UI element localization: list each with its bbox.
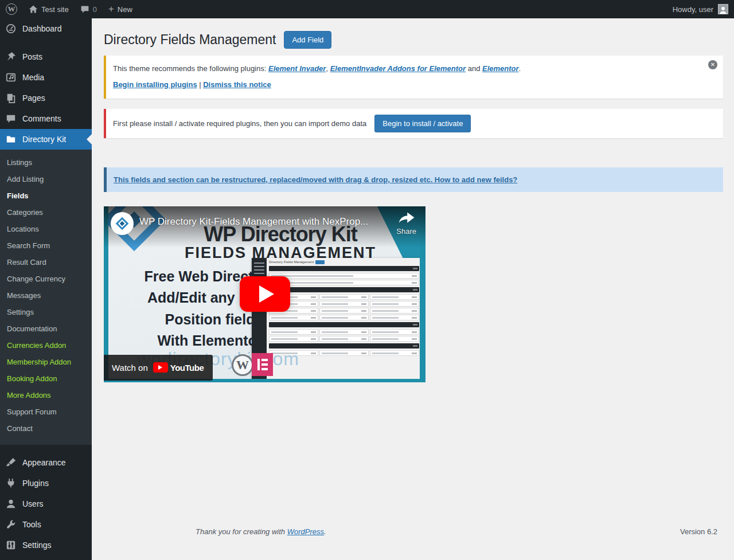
- submenu-item-listings[interactable]: Listings: [0, 154, 92, 171]
- plugin-link-elementor[interactable]: Elementor: [482, 64, 519, 73]
- and-text: and: [466, 64, 482, 73]
- appearance-brush-icon: [5, 457, 17, 468]
- media-icon: [5, 72, 17, 83]
- submenu-item-locations[interactable]: Locations: [0, 221, 92, 237]
- comments-shortcut[interactable]: 0: [75, 0, 103, 18]
- sidebar-label: Plugins: [22, 479, 49, 488]
- submenu-item-contact[interactable]: Contact: [0, 420, 92, 437]
- how-to-add-fields-link[interactable]: This fields and section can be restructu…: [114, 175, 517, 184]
- dismiss-this-notice-link[interactable]: Dismiss this notice: [203, 80, 271, 89]
- fields-info-box: This fields and section can be restructu…: [104, 167, 723, 192]
- submenu-item-booking-addon[interactable]: Booking Addon: [0, 370, 92, 387]
- site-name: Test site: [41, 5, 69, 14]
- notice-text-line1: This theme recommends the following plug…: [113, 63, 700, 75]
- share-button[interactable]: Share: [396, 211, 416, 236]
- wordpress-footer-link[interactable]: WordPress: [287, 527, 324, 536]
- notice-prefix: This theme recommends the following plug…: [113, 64, 268, 73]
- sidebar-item-pages[interactable]: Pages: [0, 88, 92, 108]
- plugin-link-element-invader[interactable]: Element Invader: [268, 64, 326, 73]
- video-title-link[interactable]: WP Directory Kit-Fields Management with …: [139, 216, 389, 228]
- submenu-item-settings[interactable]: Settings: [0, 304, 92, 320]
- notice-text-line2: Begin installing plugins | Dismiss this …: [113, 79, 700, 91]
- sidebar-item-appearance[interactable]: Appearance: [0, 452, 92, 473]
- plugin-link-elementinvader-addons[interactable]: ElementInvader Addons for Elementor: [330, 64, 466, 73]
- sidebar-item-posts[interactable]: Posts: [0, 46, 92, 67]
- watch-on-label: Watch on: [112, 363, 148, 373]
- watch-on-youtube-button[interactable]: Watch on YouTube: [104, 355, 213, 381]
- sidebar-label: Comments: [22, 114, 61, 123]
- begin-install-activate-button[interactable]: Begin to install / activate: [374, 115, 471, 132]
- comment-count: 0: [93, 5, 97, 14]
- sliders-icon: [5, 539, 17, 551]
- sidebar-item-directory-kit[interactable]: Directory Kit: [0, 129, 92, 150]
- main-content: Directory Fields Management Add Field ✕ …: [92, 0, 734, 542]
- plug-icon: [5, 477, 17, 489]
- sidebar-label: Tools: [22, 520, 41, 529]
- sidebar-item-dashboard[interactable]: Dashboard: [0, 18, 92, 39]
- period: .: [324, 527, 326, 536]
- submenu-item-add-listing[interactable]: Add Listing: [0, 171, 92, 187]
- comments-icon: [5, 113, 17, 124]
- submenu-item-more-addons[interactable]: More Addons: [0, 387, 92, 404]
- wordpress-logo-icon: W: [6, 3, 17, 15]
- divider: |: [197, 80, 204, 89]
- version-label: Version 6.2: [680, 527, 717, 536]
- elementor-logo-icon: [252, 353, 273, 376]
- person-icon: [719, 6, 727, 14]
- dismiss-notice-icon[interactable]: ✕: [708, 60, 717, 69]
- comment-bubble-icon: [80, 5, 89, 14]
- period: .: [519, 64, 521, 73]
- channel-avatar[interactable]: [111, 212, 134, 235]
- sidebar-label: Posts: [22, 52, 42, 61]
- mini-admin-title: Directory Fields Management: [269, 260, 314, 264]
- new-content-button[interactable]: + New: [103, 0, 138, 18]
- submenu-item-support-forum[interactable]: Support Forum: [0, 404, 92, 420]
- sidebar-item-media[interactable]: Media: [0, 67, 92, 88]
- sidebar-label: Pages: [22, 93, 45, 103]
- youtube-logo: YouTube: [153, 362, 204, 373]
- user-avatar[interactable]: [718, 4, 728, 14]
- pin-icon: [5, 51, 17, 62]
- site-link[interactable]: Test site: [23, 0, 75, 18]
- submenu-item-messages[interactable]: Messages: [0, 287, 92, 304]
- sidebar-item-comments[interactable]: Comments: [0, 108, 92, 129]
- add-field-button[interactable]: Add Field: [284, 31, 331, 49]
- sidebar-label: Appearance: [22, 458, 66, 467]
- demo-notice-text: First please install / activate required…: [113, 119, 366, 128]
- begin-installing-plugins-link[interactable]: Begin installing plugins: [113, 80, 197, 89]
- share-label: Share: [396, 227, 416, 236]
- theme-plugins-notice: ✕ This theme recommends the following pl…: [104, 56, 723, 99]
- sidebar-separator: [0, 445, 92, 452]
- submenu-item-membership-addon[interactable]: Membership Addon: [0, 354, 92, 370]
- sidebar-separator: [0, 555, 92, 560]
- youtube-video-embed[interactable]: WP Directory Kit FIELDS MANAGEMENT Free …: [104, 206, 425, 382]
- sidebar-item-settings[interactable]: Settings: [0, 535, 92, 555]
- sidebar-label: Media: [22, 73, 44, 82]
- sidebar-item-users[interactable]: Users: [0, 494, 92, 514]
- wordpress-menu-button[interactable]: W: [0, 0, 23, 18]
- sidebar-item-tools[interactable]: Tools: [0, 514, 92, 535]
- youtube-play-icon: [153, 362, 168, 373]
- directory-kit-submenu: Listings Add Listing Fields Categories L…: [0, 150, 92, 445]
- admin-sidebar: Dashboard Posts Media Pages Comments Dir…: [0, 18, 92, 560]
- submenu-item-search-form[interactable]: Search Form: [0, 237, 92, 254]
- admin-footer: Thank you for creating with WordPress. V…: [196, 527, 717, 536]
- sidebar-label: Users: [22, 499, 44, 508]
- sidebar-label: Settings: [22, 541, 52, 550]
- dashboard-icon: [5, 23, 17, 34]
- submenu-item-fields[interactable]: Fields: [0, 187, 92, 204]
- wordpress-logo-icon: W: [232, 354, 253, 376]
- submenu-item-result-card[interactable]: Result Card: [0, 254, 92, 271]
- submenu-item-categories[interactable]: Categories: [0, 204, 92, 221]
- footer-thanks: Thank you for creating with WordPress.: [196, 527, 326, 536]
- howdy-user[interactable]: Howdy, user: [673, 5, 713, 14]
- submenu-item-change-currency[interactable]: Change Currency: [0, 271, 92, 287]
- share-arrow-icon: [398, 211, 415, 224]
- sidebar-item-plugins[interactable]: Plugins: [0, 473, 92, 494]
- sidebar-separator: [0, 39, 92, 46]
- submenu-item-currencies-addon[interactable]: Currencies Addon: [0, 337, 92, 354]
- play-button[interactable]: [240, 276, 290, 312]
- home-icon: [29, 5, 38, 14]
- submenu-item-documentation[interactable]: Documentation: [0, 320, 92, 337]
- youtube-wordmark: YouTube: [170, 363, 204, 373]
